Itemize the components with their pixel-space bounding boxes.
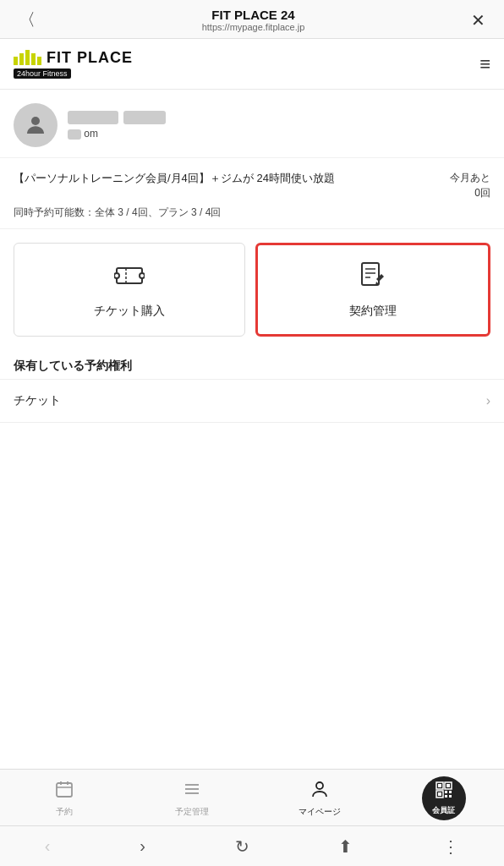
action-buttons: チケット購入 契約管理 [0,229,504,350]
browser-title: FIT PLACE 24 [41,8,466,22]
list-svg [183,780,201,798]
nav-item-yoyaku[interactable]: 予約 [39,780,90,818]
svg-point-2 [114,273,119,278]
ticket-list-item[interactable]: チケット › [0,379,504,423]
logo-bar-5 [37,57,41,65]
logo-area: FIT PLACE 24hour Fitness [14,49,133,79]
profile-section: om [0,90,504,158]
plan-remaining-label: 今月あと [450,172,490,184]
svg-point-16 [316,782,323,789]
logo-sub: 24hour Fitness [14,69,71,79]
ticket-icon [114,260,145,297]
contract-svg-icon [358,260,388,291]
forward-control-btn[interactable]: › [131,833,154,859]
nav-label-yoyaku: 予約 [56,806,73,818]
svg-rect-26 [449,795,452,797]
logo-bars [14,50,41,65]
person-icon [310,780,329,803]
plan-section: 【パーソナルトレーニング会員/月4回】＋ジムが 24時間使い放題 今月あと 0回… [0,158,504,229]
ticket-purchase-label: チケット購入 [94,304,165,319]
svg-rect-22 [438,792,441,796]
email-blur [68,129,81,140]
nav-item-qr[interactable]: 会員証 [422,776,466,820]
logo-name: FIT PLACE [47,49,133,67]
svg-rect-18 [438,784,441,787]
qr-svg [435,781,453,799]
profile-name-blur-2 [123,111,166,124]
calendar-svg [55,780,74,798]
holdings-section-title: 保有している予約権利 [0,350,504,379]
browser-close-btn[interactable]: ✕ [466,8,490,32]
nav-label-schedule: 予定管理 [175,806,209,818]
bottom-nav: 予約 予定管理 マイページ [0,769,504,825]
email-suffix: om [84,128,98,140]
user-avatar-icon [23,112,48,138]
logo-bar-3 [25,50,30,65]
avatar [14,103,58,147]
contract-management-btn[interactable]: 契約管理 [255,243,490,337]
calendar-icon [55,780,74,803]
svg-rect-1 [117,268,142,283]
browser-url: https://mypage.fitplace.jp [41,22,466,32]
svg-rect-9 [57,783,72,797]
plan-remaining: 今月あと 0回 [450,170,490,200]
logo-bar-4 [31,53,36,65]
profile-name-blur-1 [68,111,118,124]
svg-rect-25 [445,795,447,797]
logo-text-row: FIT PLACE [14,49,133,67]
ticket-list-label: チケット [14,393,61,408]
qr-icon [435,781,453,803]
nav-qr-label: 会員証 [432,805,455,816]
back-control-btn[interactable]: ‹ [36,833,59,859]
hamburger-menu-btn[interactable]: ≡ [479,53,490,75]
plan-row: 【パーソナルトレーニング会員/月4回】＋ジムが 24時間使い放題 今月あと 0回 [14,170,490,200]
browser-bar: 〈 FIT PLACE 24 https://mypage.fitplace.j… [0,0,504,39]
nav-item-schedule[interactable]: 予定管理 [167,780,217,818]
chevron-right-icon: › [486,393,490,408]
app-header: FIT PLACE 24hour Fitness ≡ [0,39,504,90]
contract-management-label: 契約管理 [349,304,397,319]
svg-point-0 [31,117,40,125]
svg-point-3 [140,273,145,278]
browser-back-btn[interactable]: 〈 [14,7,41,33]
profile-name-row [68,111,490,124]
plan-remaining-count: 0回 [474,187,490,199]
contract-icon [358,260,388,297]
svg-rect-24 [449,791,452,793]
nav-item-mypage[interactable]: マイページ [294,780,345,818]
logo-bar-2 [19,53,24,65]
plan-text: 【パーソナルトレーニング会員/月4回】＋ジムが 24時間使い放題 [14,170,450,187]
person-svg [310,780,329,798]
ticket-purchase-btn[interactable]: チケット購入 [14,243,245,337]
share-control-btn[interactable]: ⬆ [330,833,361,860]
reload-control-btn[interactable]: ↻ [227,833,258,860]
list-icon [183,780,201,803]
profile-email: om [68,128,490,140]
profile-info: om [68,111,490,140]
ticket-svg-icon [114,260,145,291]
browser-title-area: FIT PLACE 24 https://mypage.fitplace.jp [41,8,466,32]
nav-label-mypage: マイページ [299,806,341,818]
plan-concurrent: 同時予約可能数：全体 3 / 4回、プラン 3 / 4回 [14,206,490,220]
svg-rect-23 [445,791,447,793]
browser-controls: ‹ › ↻ ⬆ ⋮ [0,825,504,866]
more-control-btn[interactable]: ⋮ [434,833,468,860]
logo-bar-1 [14,57,18,65]
svg-rect-20 [446,784,450,787]
